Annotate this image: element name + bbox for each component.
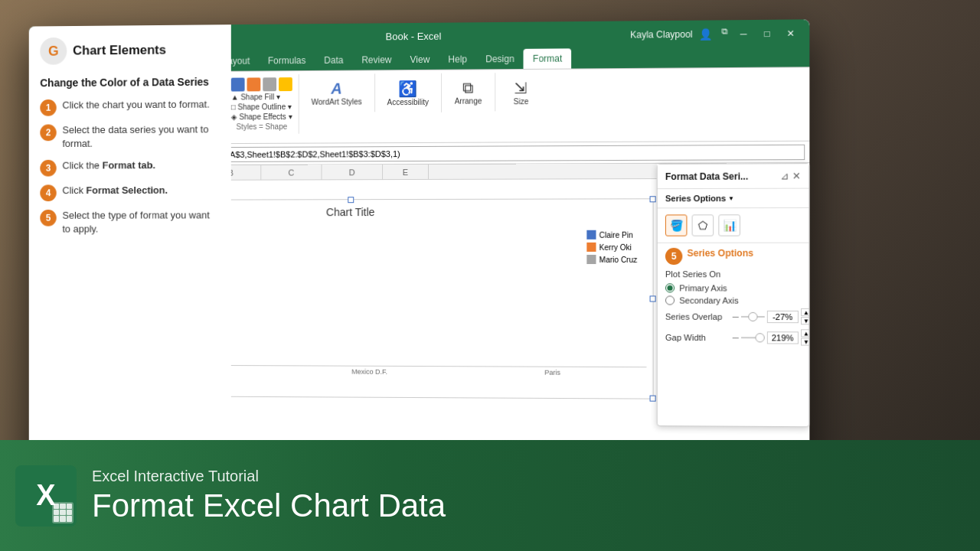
tab-formulas[interactable]: Formulas xyxy=(259,51,315,70)
restore-icon[interactable]: ⧉ xyxy=(718,26,730,41)
shape-styles-group: ▲ Shape Fill ▾ □ Shape Outline ▾ ◈ Shape… xyxy=(225,74,299,134)
col-header-d: D xyxy=(322,165,383,179)
secondary-axis-option: Secondary Axis xyxy=(665,295,801,305)
gap-width-up[interactable]: ▲ xyxy=(801,329,810,337)
arrange-group: ⧉ Arrange xyxy=(442,73,495,112)
primary-axis-radio[interactable] xyxy=(665,283,675,292)
step-1-badge: 1 xyxy=(40,99,56,116)
wordart-button[interactable]: A WordArt Styles xyxy=(305,77,368,109)
tab-format[interactable]: Format xyxy=(524,48,572,69)
plot-series-label: Plot Series On xyxy=(665,269,801,279)
legend-color-claire xyxy=(586,230,596,240)
shape-styles-swatches xyxy=(231,77,292,91)
title-bar-right: Kayla Claypool 👤 ⧉ ─ □ ✕ xyxy=(630,25,802,42)
format-panel-pin-icon[interactable]: ⊿ xyxy=(780,170,789,181)
format-panel-close-icon[interactable]: ✕ xyxy=(792,170,801,181)
gc9 xyxy=(67,516,72,521)
series-overlap-up[interactable]: ▲ xyxy=(801,308,810,316)
style-swatch-1[interactable] xyxy=(231,78,245,92)
step-4-badge: 4 xyxy=(40,184,56,201)
col-header-e: E xyxy=(383,165,429,179)
step-4-text: Click Format Selection. xyxy=(62,184,168,197)
step-1-text: Click the chart you want to format. xyxy=(62,98,209,112)
legend-label-mario: Mario Cruz xyxy=(599,255,638,263)
screen-wrapper: AutoSave ⚫ Off 💾 ↩ ↪ ▾ Book - Excel Kayl… xyxy=(29,19,810,500)
tab-design[interactable]: Design xyxy=(476,49,524,70)
user-name: Kayla Claypool xyxy=(630,28,693,40)
accessibility-icon: ♿ xyxy=(398,80,417,98)
format-data-series-panel: Format Data Seri... ⊿ ✕ Series Options ▾… xyxy=(657,163,810,427)
subtitle-text: Change the Color of a Data Series xyxy=(40,76,209,89)
accessibility-label: Accessibility xyxy=(387,98,429,106)
size-button[interactable]: ⇲ Size xyxy=(501,76,540,109)
series-icons-row: 🪣 ⬠ 📊 xyxy=(658,208,809,243)
handle-right[interactable] xyxy=(650,295,656,302)
style-swatch-3[interactable] xyxy=(263,77,276,91)
shape-fill-btn[interactable]: ▲ Shape Fill ▾ xyxy=(231,93,280,101)
step-4: 4 Click Format Selection. xyxy=(40,183,220,201)
formula-input[interactable] xyxy=(155,144,805,161)
series-overlap-down[interactable]: ▼ xyxy=(801,317,810,324)
bottom-overlay: X Excel Interactive Tutorial Format Exce… xyxy=(0,440,980,551)
legend-claire: Claire Pin xyxy=(586,230,637,240)
format-panel-icons: ⊿ ✕ xyxy=(780,170,801,181)
series-icon-pentagon-btn[interactable]: ⬠ xyxy=(692,214,714,236)
step-5-text: Select the type of format you want to ap… xyxy=(62,208,220,236)
profile-icon[interactable]: 👤 xyxy=(699,28,712,40)
series-icon-paint-btn[interactable]: 🪣 xyxy=(665,214,688,236)
style-swatch-2[interactable] xyxy=(247,77,261,91)
shape-effects-btn[interactable]: ◈ Shape Effects ▾ xyxy=(231,112,292,121)
series-overlap-label: Series Overlap xyxy=(665,311,728,321)
shape-styles-row2: ▲ Shape Fill ▾ xyxy=(231,93,292,101)
gc5 xyxy=(60,510,65,515)
step5-badge: 5 xyxy=(665,248,682,265)
excel-logo-box: X xyxy=(15,465,77,527)
tab-review[interactable]: Review xyxy=(352,50,400,70)
accessibility-button[interactable]: ♿ Accessibility xyxy=(381,77,435,109)
series-options-section-title: Series Options xyxy=(687,248,753,259)
tab-data[interactable]: Data xyxy=(315,51,352,70)
shape-outline-btn[interactable]: □ Shape Outline ▾ xyxy=(231,103,292,111)
size-group: ⇲ Size xyxy=(495,73,547,112)
secondary-axis-radio[interactable] xyxy=(665,295,675,305)
panel-subtitle: Change the Color of a Data Series xyxy=(40,75,220,90)
gc6 xyxy=(67,510,72,515)
series-overlap-spinners: ▲ ▼ xyxy=(801,308,810,324)
panel-title: Chart Elements xyxy=(73,43,166,59)
gap-width-controls: ─ 219% ▲ ▼ xyxy=(733,329,810,346)
series-options-label: Series Options xyxy=(665,194,726,203)
wordart-label: WordArt Styles xyxy=(312,97,362,106)
minimize-button[interactable]: ─ xyxy=(733,26,755,41)
window-title: Book - Excel xyxy=(386,31,442,43)
step-3-text: Click the Format tab. xyxy=(62,158,155,172)
arrange-button[interactable]: ⧉ Arrange xyxy=(448,76,488,108)
step-1: 1 Click the chart you want to format. xyxy=(40,98,220,116)
col-header-c: C xyxy=(261,165,322,179)
primary-axis-option: Primary Axis xyxy=(665,283,801,292)
maximize-button[interactable]: □ xyxy=(756,25,778,41)
handle-top[interactable] xyxy=(348,197,354,203)
handle-bottom-right[interactable] xyxy=(650,396,656,402)
series-icon-chart-btn[interactable]: 📊 xyxy=(718,214,740,236)
series-overlap-controls: ─ -27% ▲ ▼ xyxy=(733,308,810,325)
series-options-dropdown-icon[interactable]: ▾ xyxy=(729,194,733,202)
handle-top-right[interactable] xyxy=(650,196,656,202)
gap-width-down[interactable]: ▼ xyxy=(801,337,810,345)
step-2-badge: 2 xyxy=(40,125,56,142)
tab-help[interactable]: Help xyxy=(439,49,476,69)
bottom-text-area: Excel Interactive Tutorial Format Excel … xyxy=(92,452,980,539)
step-2-text: Select the data series you want to forma… xyxy=(62,123,220,152)
step-3-badge: 3 xyxy=(40,159,56,176)
series-overlap-value: -27% xyxy=(767,310,799,322)
style-swatch-4[interactable] xyxy=(279,77,292,91)
series-overlap-slider[interactable] xyxy=(741,315,765,317)
gap-width-slider[interactable] xyxy=(741,337,765,338)
legend-kerry: Kerry Oki xyxy=(586,243,637,252)
gc1 xyxy=(54,504,59,509)
step-5-badge: 5 xyxy=(40,209,56,226)
legend-label-kerry: Kerry Oki xyxy=(599,243,632,251)
gc7 xyxy=(54,516,59,521)
g-logo: G xyxy=(40,37,67,65)
close-button[interactable]: ✕ xyxy=(779,25,802,41)
tab-view[interactable]: View xyxy=(401,50,439,70)
